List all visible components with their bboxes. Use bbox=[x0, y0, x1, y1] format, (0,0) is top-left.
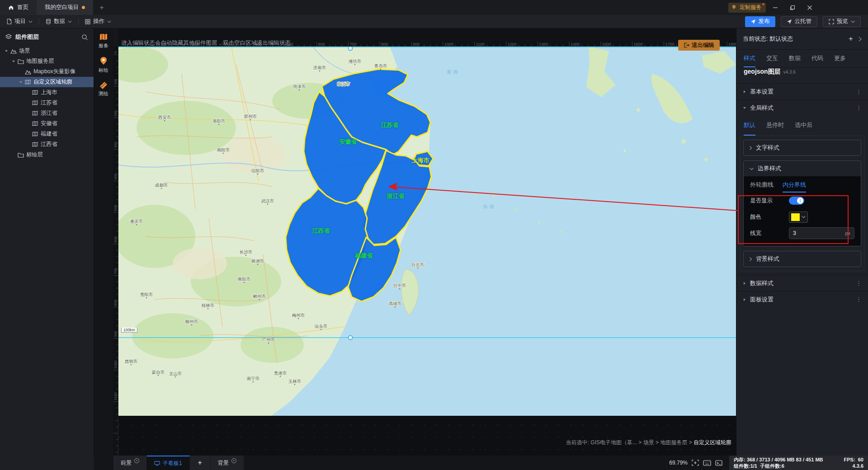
tree-item-福建省[interactable]: 福建省 bbox=[0, 129, 94, 139]
tool-服务[interactable]: 服务 bbox=[99, 33, 108, 49]
city-label-玉林市: 玉林市 bbox=[288, 379, 302, 384]
tree-item-自定义区域轮廓[interactable]: 自定义区域轮廓 bbox=[0, 77, 94, 87]
tree-item-label: 场景 bbox=[19, 47, 30, 55]
tab-project[interactable]: 我的空白项目 bbox=[37, 0, 93, 15]
line-width-unit: px bbox=[845, 230, 850, 236]
terminal-icon[interactable] bbox=[715, 460, 722, 466]
plot-pin-icon bbox=[99, 56, 108, 66]
map-icon bbox=[32, 132, 38, 136]
background-tab[interactable]: 背景+ bbox=[211, 456, 244, 470]
add-circle-icon[interactable]: + bbox=[231, 458, 236, 463]
menu-item-1[interactable]: 项目 bbox=[0, 15, 39, 28]
svg-text:1900: 1900 bbox=[728, 42, 736, 47]
section-basic-settings[interactable]: 基本设置 ⋮ bbox=[736, 83, 868, 99]
svg-text:300: 300 bbox=[113, 141, 118, 148]
search-icon[interactable] bbox=[81, 34, 88, 41]
panel-tab-代码[interactable]: 代码 bbox=[811, 50, 823, 67]
maximize-button[interactable] bbox=[785, 0, 800, 15]
tree-item-浙江省[interactable]: 浙江省 bbox=[0, 108, 94, 118]
caret-down-icon bbox=[12, 60, 15, 63]
border-tab-内分界线[interactable]: 内分界线 bbox=[783, 180, 806, 193]
tree-item-标绘层[interactable]: 标绘层 bbox=[0, 150, 94, 160]
section-data-style[interactable]: 数据样式 ⋮ bbox=[736, 275, 868, 291]
keyboard-icon[interactable] bbox=[703, 460, 711, 466]
province-label-江苏省: 江苏省 bbox=[381, 122, 399, 128]
zoom-level[interactable]: 69.79% bbox=[669, 460, 688, 466]
color-picker[interactable] bbox=[789, 212, 808, 223]
text-style-group[interactable]: 文字样式 bbox=[743, 140, 861, 156]
tool-测绘[interactable]: 测绘 bbox=[99, 81, 108, 97]
svg-text:1400: 1400 bbox=[571, 42, 580, 47]
city-label-株洲市: 株洲市 bbox=[251, 258, 264, 263]
menu-item-3[interactable]: 操作 bbox=[79, 15, 118, 28]
publish-button[interactable]: 发布 bbox=[745, 16, 775, 27]
tree-item-场景[interactable]: 场景 bbox=[0, 46, 94, 56]
add-board-button[interactable]: + bbox=[190, 456, 211, 470]
section-data-label: 数据样式 bbox=[750, 279, 774, 287]
panel-tab-样式[interactable]: 样式 bbox=[744, 50, 755, 67]
panel-tab-交互[interactable]: 交互 bbox=[766, 50, 778, 67]
tree-item-label: 标绘层 bbox=[26, 151, 43, 159]
tree-item-label: 福建省 bbox=[41, 130, 57, 138]
exit-edit-label: 退出编辑 bbox=[692, 42, 714, 49]
tree-item-Mapbox矢量影像[interactable]: Mapbox矢量影像 bbox=[0, 66, 94, 77]
subcomponent-count-label: 子组件数: bbox=[760, 463, 782, 469]
tab-project-label: 我的空白项目 bbox=[45, 4, 79, 11]
status-current: 自定义区域轮廓 bbox=[693, 439, 731, 446]
tree-item-label: 江西省 bbox=[41, 141, 57, 148]
tool-标绘[interactable]: 标绘 bbox=[99, 56, 108, 74]
more-options-icon[interactable]: ⋮ bbox=[856, 296, 862, 303]
chevron-right-icon[interactable] bbox=[859, 37, 862, 42]
border-tab-外轮廓线[interactable]: 外轮廓线 bbox=[750, 180, 774, 193]
section-global-style[interactable]: 全局样式 ⋮ bbox=[736, 99, 868, 116]
vertical-ruler: 010020030040050060070080090010001100 bbox=[113, 28, 118, 456]
close-button[interactable] bbox=[802, 0, 817, 15]
minimize-button[interactable] bbox=[768, 0, 783, 15]
editor-canvas[interactable]: 0100200300400500600700800900100011001200… bbox=[113, 28, 736, 456]
add-state-button[interactable]: + bbox=[849, 34, 853, 43]
svg-text:1500: 1500 bbox=[602, 42, 611, 47]
background-style-group[interactable]: 背景样式 bbox=[743, 251, 861, 267]
foreground-tab[interactable]: 前景+ bbox=[113, 456, 147, 470]
tree-item-江苏省[interactable]: 江苏省 bbox=[0, 98, 94, 108]
menu-item-2[interactable]: 数据 bbox=[39, 15, 78, 28]
panel-tab-更多[interactable]: 更多 bbox=[834, 50, 846, 67]
more-options-icon[interactable]: ⋮ bbox=[856, 104, 862, 111]
tab-home[interactable]: 首页 bbox=[0, 0, 37, 15]
section-basic-label: 基本设置 bbox=[750, 88, 774, 96]
tree-item-安徽省[interactable]: 安徽省 bbox=[0, 118, 94, 129]
component-count-label: 组件数: bbox=[734, 463, 750, 469]
custom-service-badge[interactable]: 定制服务 bbox=[728, 3, 766, 13]
tree-item-江西省[interactable]: 江西省 bbox=[0, 139, 94, 150]
chevron-down-icon bbox=[107, 20, 111, 23]
panel-tab-数据[interactable]: 数据 bbox=[789, 50, 801, 67]
border-style-header[interactable]: 边界样式 bbox=[744, 161, 861, 176]
subboard-tab[interactable]: 子看板1 bbox=[147, 456, 190, 470]
new-tab-button[interactable]: + bbox=[93, 0, 110, 15]
chevron-down-icon bbox=[851, 20, 855, 23]
line-width-input[interactable] bbox=[793, 230, 845, 236]
cloud-host-button[interactable]: 云托管 bbox=[781, 16, 818, 27]
more-options-icon[interactable]: ⋮ bbox=[856, 88, 862, 95]
map-viewport[interactable]: 黄海东海 济南市潍坊市青岛市临沂市菏泽市郑州市洛阳市西安市南阳市信阳市武汉市重庆… bbox=[118, 47, 736, 416]
sea-label-东海: 东海 bbox=[483, 204, 495, 209]
svg-text:700: 700 bbox=[350, 42, 357, 47]
fit-screen-icon[interactable] bbox=[692, 460, 699, 466]
state-tab-悬停时[interactable]: 悬停时 bbox=[766, 116, 784, 136]
state-tab-默认[interactable]: 默认 bbox=[744, 116, 755, 136]
state-tab-选中后[interactable]: 选中后 bbox=[795, 116, 812, 136]
exit-edit-button[interactable]: 退出编辑 bbox=[678, 40, 720, 51]
section-panel-settings[interactable]: 面板设置 ⋮ bbox=[736, 291, 868, 307]
tool-label: 测绘 bbox=[99, 90, 108, 97]
tree-item-地图服务层[interactable]: 地图服务层 bbox=[0, 56, 94, 66]
chevron-down-icon bbox=[28, 20, 33, 23]
preview-button[interactable]: 预览 bbox=[823, 16, 861, 27]
show-toggle[interactable] bbox=[789, 197, 804, 205]
map-icon bbox=[25, 80, 31, 85]
section-global-label: 全局样式 bbox=[750, 104, 774, 112]
tool-label: 服务 bbox=[99, 42, 108, 49]
tree-item-上海市[interactable]: 上海市 bbox=[0, 87, 94, 98]
more-options-icon[interactable]: ⋮ bbox=[856, 280, 862, 287]
add-circle-icon[interactable]: + bbox=[134, 458, 139, 463]
global-style-content: 文字样式 边界样式 外轮廓线内分界线 是否显示 颜色 bbox=[740, 136, 864, 271]
